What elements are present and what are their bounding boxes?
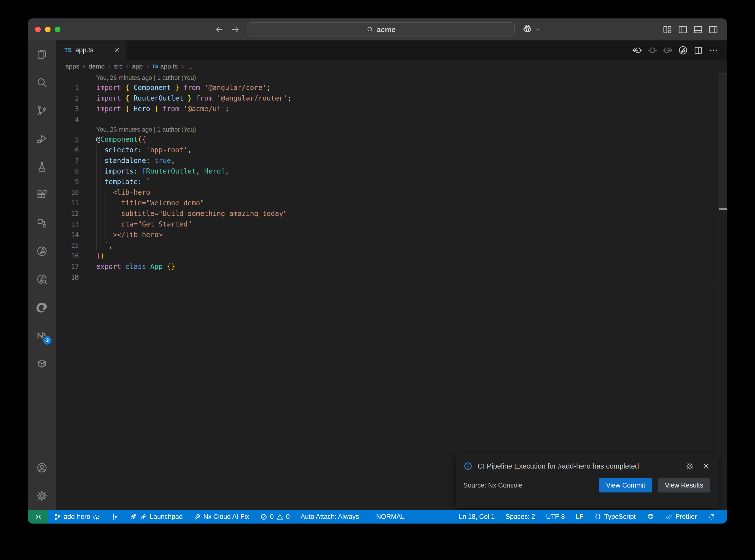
code-line-17: 17export class App {} — [56, 261, 727, 272]
graph-circle-icon — [36, 245, 48, 257]
split-editor-icon[interactable] — [693, 45, 703, 56]
gear-icon — [36, 490, 48, 502]
line-number: 15 — [56, 240, 79, 251]
circle-arrow-left-icon[interactable] — [632, 45, 642, 56]
status-bar-left: add-heroLaunchpadNx Cloud AI Fix00Auto A… — [48, 510, 416, 523]
breadcrumb-item[interactable]: ... — [187, 63, 193, 70]
status-item-commit-stack[interactable] — [105, 513, 124, 521]
edge-icon — [36, 301, 48, 313]
activity-bar-item-nx-console[interactable]: 2 — [28, 321, 56, 349]
status-item-label: UTF-8 — [546, 513, 565, 521]
bell-dot-icon — [708, 513, 715, 521]
go-forward-button[interactable] — [231, 25, 240, 34]
notification-close-icon[interactable] — [702, 462, 710, 470]
status-item-notifications-bell[interactable] — [702, 513, 720, 521]
breadcrumb-item[interactable]: src — [114, 63, 122, 70]
activity-bar-item-extensions[interactable] — [28, 181, 56, 209]
line-number: 16 — [56, 251, 79, 261]
activity-bar-item-remote-explorer[interactable] — [28, 209, 56, 237]
status-item-cursor-position[interactable]: Ln 18, Col 1 — [454, 513, 500, 521]
breadcrumb-label: app — [132, 63, 142, 70]
files-icon — [36, 48, 48, 60]
customize-layout-icon[interactable] — [662, 24, 673, 35]
traffic-lights — [35, 27, 60, 32]
remote-indicator[interactable] — [28, 510, 48, 523]
line-number: 11 — [56, 198, 79, 208]
notification-source: Source: Nx Console — [463, 482, 522, 489]
search-icon — [36, 77, 48, 88]
editor-scrollbar[interactable] — [718, 73, 727, 510]
activity-bar-item-settings[interactable] — [28, 482, 56, 510]
line-text: @Component({ — [96, 134, 146, 145]
activity-bar-item-testing[interactable] — [28, 153, 56, 181]
code-editor[interactable]: You, 26 minutes ago | 1 author (You)1imp… — [56, 73, 727, 475]
circle-dash-icon[interactable] — [647, 45, 658, 56]
line-text: ></lib-hero> — [96, 229, 163, 240]
activity-bar-item-gitlens-inspect[interactable] — [28, 265, 56, 293]
code-line-6: 6 selector: 'app-root', — [56, 145, 727, 155]
chevron-right-icon — [180, 64, 185, 69]
go-back-button[interactable] — [215, 25, 224, 34]
zoom-window-button[interactable] — [55, 27, 60, 32]
circle-arrow-right-icon[interactable] — [662, 45, 673, 56]
status-item-formatter[interactable]: Prettier — [660, 513, 702, 521]
ellipsis-icon[interactable] — [709, 45, 719, 56]
error-circle-icon — [260, 513, 267, 521]
graph-circle-icon[interactable] — [678, 45, 688, 56]
breadcrumb-item[interactable]: apps — [65, 63, 79, 70]
line-number: 17 — [56, 261, 79, 272]
status-item-nx-cloud-ai-fix[interactable]: Nx Cloud AI Fix — [188, 513, 255, 521]
status-item-auto-attach[interactable]: Auto Attach: Always — [295, 513, 364, 521]
view-commit-button[interactable]: View Commit — [599, 478, 652, 493]
activity-bar-item-accounts[interactable] — [28, 454, 56, 482]
line-text: cta="Get Started" — [96, 219, 192, 229]
debug-icon — [36, 133, 48, 145]
status-item-copilot-status[interactable] — [641, 513, 660, 521]
copilot-icon[interactable] — [522, 24, 533, 35]
notification-gear-icon[interactable] — [686, 462, 694, 470]
status-item-vim-mode[interactable]: -- NORMAL -- — [364, 513, 416, 521]
activity-bar-item-explorer[interactable] — [28, 40, 56, 68]
status-item-encoding[interactable]: UTF-8 — [540, 513, 570, 521]
line-number: 3 — [56, 103, 79, 114]
line-number: 9 — [56, 177, 79, 187]
breadcrumb-item[interactable]: demo — [88, 63, 104, 70]
view-results-button[interactable]: View Results — [658, 478, 710, 493]
line-number: 8 — [56, 166, 79, 177]
status-item-launchpad[interactable]: Launchpad — [124, 513, 188, 521]
activity-bar-item-source-control[interactable] — [28, 97, 56, 125]
command-center-search[interactable]: acme — [247, 22, 515, 37]
activity-bar-item-run-and-debug[interactable] — [28, 125, 56, 153]
line-text: import { Hero } from '@acme/ui'; — [96, 103, 229, 114]
minimize-window-button[interactable] — [45, 27, 51, 32]
status-item-eol[interactable]: LF — [570, 513, 589, 521]
code-line-3: 3import { Hero } from '@acme/ui'; — [56, 103, 727, 114]
scrollbar-slider[interactable] — [719, 74, 727, 208]
tab-close-icon[interactable] — [113, 46, 121, 54]
vscode-window: acme 2 TS app.ts appsdemosrcappTSapp.ts.… — [28, 19, 727, 523]
activity-bar-item-search[interactable] — [28, 68, 56, 97]
breadcrumb-item[interactable]: TSapp.ts — [152, 63, 178, 70]
tab-label: app.ts — [75, 46, 94, 54]
status-item-label: add-hero — [64, 513, 90, 521]
status-item-problems[interactable]: 00 — [255, 513, 295, 521]
breadcrumb-item[interactable]: app — [132, 63, 142, 70]
chevron-down-icon[interactable] — [535, 27, 540, 32]
line-text: subtitle="Build something amazing today" — [96, 208, 287, 219]
layout-sidebar-right-icon[interactable] — [708, 24, 718, 35]
line-text: }) — [96, 251, 104, 261]
status-item-branch[interactable]: add-hero — [48, 513, 105, 521]
close-window-button[interactable] — [35, 27, 41, 32]
tab-app-ts[interactable]: TS app.ts — [56, 40, 126, 60]
line-text: imports: [RouterOutlet, Hero], — [96, 166, 229, 177]
command-center-text: acme — [377, 25, 396, 34]
layout-panel-icon[interactable] — [693, 24, 703, 35]
status-item-indentation[interactable]: Spaces: 2 — [500, 513, 540, 521]
blame-text: You, 26 minutes ago | 1 author (You) — [96, 73, 196, 82]
status-item-language-mode[interactable]: TypeScript — [589, 513, 641, 521]
breadcrumb: appsdemosrcappTSapp.ts... — [56, 60, 727, 73]
activity-bar-item-edge-tools[interactable] — [28, 293, 56, 321]
layout-sidebar-left-icon[interactable] — [678, 24, 688, 35]
activity-bar-item-containers[interactable] — [28, 349, 56, 378]
activity-bar-item-commit-graph[interactable] — [28, 237, 56, 265]
